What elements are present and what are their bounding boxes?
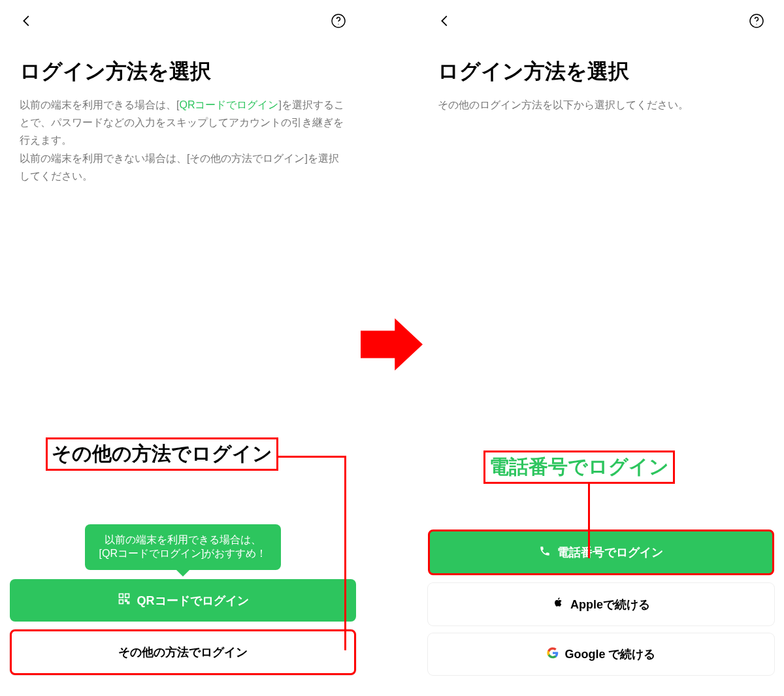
desc-link[interactable]: QRコードでログイン (179, 99, 278, 110)
desc-suffix: ]を選択することで、パスワードなどの入力をスキップしてアカウントの引き継ぎを行え… (20, 99, 344, 182)
desc-prefix: 以前の端末を利用できる場合は、[ (20, 99, 179, 110)
google-login-button[interactable]: Google で続ける (428, 633, 774, 675)
screen-right: ログイン方法を選択 その他のログイン方法を以下から選択してください。 電話番号で… (392, 0, 784, 696)
svg-marker-9 (361, 319, 423, 371)
connector-right-v (588, 483, 590, 558)
apple-icon (552, 596, 564, 612)
bottom-actions: 電話番号でログイン Appleで続ける Google で続ける (428, 530, 774, 683)
svg-point-1 (338, 24, 338, 24)
annotation-right: 電話番号でログイン (483, 451, 675, 484)
screen-left: ログイン方法を選択 以前の端末を利用できる場合は、[QRコードでログイン]を選択… (0, 0, 392, 696)
tooltip-line1: 以前の端末を利用できる場合は、 (99, 533, 267, 547)
svg-rect-2 (119, 594, 123, 598)
qr-login-label: QRコードでログイン (137, 593, 249, 609)
help-icon[interactable] (749, 13, 764, 31)
description: 以前の端末を利用できる場合は、[QRコードでログイン]を選択することで、パスワー… (0, 93, 366, 188)
svg-point-8 (756, 24, 757, 24)
other-login-label: その他の方法でログイン (118, 644, 248, 660)
tooltip: 以前の端末を利用できる場合は、 [QRコードでログイン]がおすすめ！ (85, 524, 282, 570)
bottom-actions: 以前の端末を利用できる場合は、 [QRコードでログイン]がおすすめ！ QRコード… (10, 524, 356, 683)
back-icon[interactable] (20, 14, 34, 31)
other-login-button[interactable]: その他の方法でログイン (10, 629, 356, 675)
annotation-left: その他の方法でログイン (46, 437, 278, 471)
connector-left-v (344, 456, 346, 650)
google-icon (547, 647, 559, 662)
apple-login-button[interactable]: Appleで続ける (428, 583, 774, 625)
header (418, 0, 784, 44)
page-title: ログイン方法を選択 (0, 44, 366, 93)
svg-rect-3 (125, 594, 129, 598)
phone-icon (539, 545, 551, 560)
help-icon[interactable] (331, 13, 346, 31)
header (0, 0, 366, 44)
phone-login-label: 電話番号でログイン (557, 545, 663, 560)
arrow-icon (361, 313, 423, 375)
tooltip-line2: [QRコードでログイン]がおすすめ！ (99, 547, 267, 561)
phone-login-button[interactable]: 電話番号でログイン (428, 530, 774, 575)
qr-icon (118, 592, 131, 609)
connector-left-h (278, 456, 346, 458)
svg-rect-4 (119, 600, 123, 604)
description: その他のログイン方法を以下から選択してください。 (418, 93, 784, 117)
svg-rect-6 (127, 602, 129, 604)
back-icon[interactable] (438, 14, 452, 31)
qr-login-button[interactable]: QRコードでログイン (10, 579, 356, 622)
svg-rect-5 (125, 600, 127, 602)
apple-login-label: Appleで続ける (570, 597, 650, 612)
google-login-label: Google で続ける (565, 646, 656, 662)
page-title: ログイン方法を選択 (418, 44, 784, 93)
